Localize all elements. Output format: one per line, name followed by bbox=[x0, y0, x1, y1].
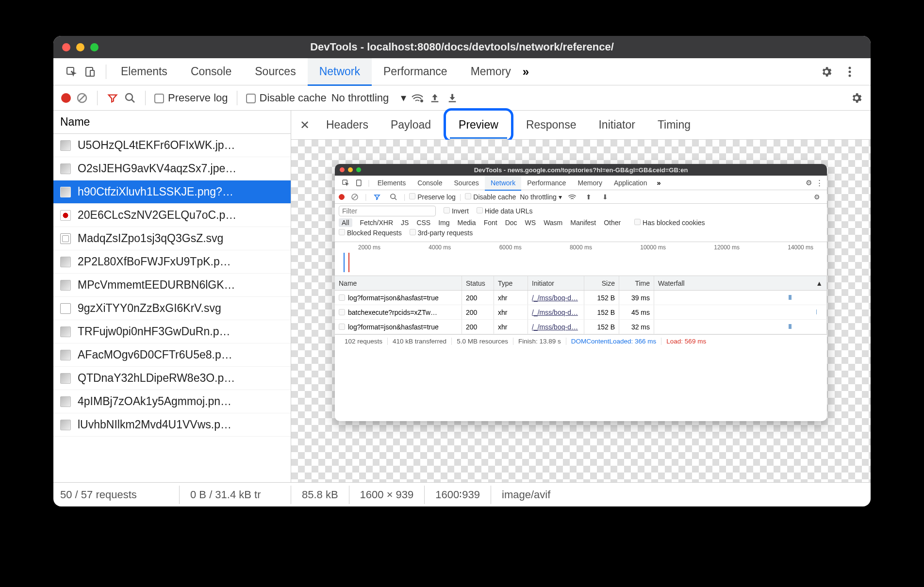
file-icon bbox=[60, 373, 71, 384]
device-toolbar-icon[interactable] bbox=[83, 65, 96, 78]
inner-type-js: JS bbox=[401, 219, 409, 227]
inner-hide-urls-label: Hide data URLs bbox=[485, 207, 533, 215]
throttling-select[interactable]: No throttling ▾ bbox=[331, 92, 406, 104]
status-requests: 50 / 57 requests bbox=[53, 486, 180, 504]
request-file-name: QTDnaY32hLDipeRW8e3O.p… bbox=[78, 372, 235, 385]
file-icon bbox=[60, 210, 71, 221]
settings-icon[interactable] bbox=[820, 65, 833, 78]
tab-network[interactable]: Network bbox=[308, 58, 372, 85]
detail-tab-timing[interactable]: Timing bbox=[648, 111, 700, 140]
record-button[interactable] bbox=[61, 93, 71, 103]
export-icon[interactable] bbox=[446, 92, 459, 104]
import-icon[interactable] bbox=[429, 92, 441, 104]
close-detail-button[interactable]: ✕ bbox=[296, 118, 314, 132]
tab-sources[interactable]: Sources bbox=[243, 58, 307, 85]
inner-disable-cache: Disable cache bbox=[465, 193, 516, 201]
sidebar-header-name[interactable]: Name bbox=[53, 111, 291, 134]
inner-3rd-party-label: 3rd-party requests bbox=[418, 229, 473, 237]
detail-tab-headers[interactable]: Headers bbox=[316, 111, 378, 140]
disable-cache-checkbox[interactable]: Disable cache bbox=[246, 92, 327, 104]
inner-upload-icon: ⬆ bbox=[582, 191, 595, 203]
inner-timeline: 2000 ms4000 ms6000 ms8000 ms10000 ms1200… bbox=[335, 242, 827, 276]
more-tabs-button[interactable]: » bbox=[523, 65, 529, 79]
inner-type-manifest: Manifest bbox=[570, 219, 596, 227]
inner-tab-application: Application bbox=[608, 176, 653, 190]
tab-console[interactable]: Console bbox=[179, 58, 243, 85]
zoom-window-button[interactable] bbox=[90, 43, 99, 51]
highlighted-preview-tab: Preview bbox=[444, 108, 513, 142]
request-list-item[interactable]: 2P2L80XfBoFWJFxU9TpK.p… bbox=[53, 250, 291, 274]
status-dimensions: 1600 × 939 bbox=[349, 486, 425, 504]
devtools-window: DevTools - localhost:8080/docs/devtools/… bbox=[53, 36, 871, 506]
request-list-item[interactable]: QTDnaY32hLDipeRW8e3O.p… bbox=[53, 367, 291, 390]
close-window-button[interactable] bbox=[62, 43, 70, 51]
inner-type-css: CSS bbox=[416, 219, 430, 227]
network-settings-icon[interactable] bbox=[850, 92, 863, 104]
request-list-item[interactable]: MadqZsIZpo1sj3qQ3GsZ.svg bbox=[53, 227, 291, 250]
file-icon bbox=[60, 326, 71, 337]
request-list-item[interactable]: O2sIJEHG9avKV4aqzSx7.jpe… bbox=[53, 157, 291, 180]
svg-rect-12 bbox=[357, 180, 361, 186]
request-list-item[interactable]: MPcVmmemtEEDURBN6lGK… bbox=[53, 274, 291, 297]
inner-window-title: DevTools - news.google.com/topstories?hl… bbox=[335, 166, 827, 174]
detail-tab-preview[interactable]: Preview bbox=[449, 111, 508, 140]
inner-settings-icon: ⚙ bbox=[810, 191, 823, 203]
detail-tab-initiator[interactable]: Initiator bbox=[589, 111, 644, 140]
inner-table: Name Status Type Initiator Size Time Wat… bbox=[335, 276, 827, 334]
file-icon bbox=[60, 140, 71, 151]
inner-preserve-log: Preserve log bbox=[409, 193, 455, 201]
preserve-log-label: Preserve log bbox=[168, 92, 228, 104]
preserve-log-checkbox[interactable]: Preserve log bbox=[154, 92, 228, 104]
inner-th-waterfall: Waterfall▲ bbox=[654, 276, 827, 290]
filter-icon[interactable] bbox=[106, 92, 119, 104]
request-list-item[interactable]: TRFujw0pi0nHF3GwDuRn.p… bbox=[53, 320, 291, 343]
inner-type-all: All bbox=[339, 218, 352, 227]
inner-type-doc: Doc bbox=[505, 219, 517, 227]
network-toolbar: Preserve log Disable cache No throttling… bbox=[53, 85, 871, 111]
inner-filter-icon bbox=[371, 191, 383, 203]
inner-blocked-requests-label: Blocked Requests bbox=[347, 229, 402, 237]
inner-th-size: Size bbox=[584, 276, 619, 290]
request-list-item[interactable]: 9gzXiTYY0nZzBxGI6KrV.svg bbox=[53, 297, 291, 320]
file-icon bbox=[60, 350, 71, 360]
tab-memory[interactable]: Memory bbox=[459, 58, 523, 85]
preview-panel: DevTools - news.google.com/topstories?hl… bbox=[291, 140, 871, 482]
request-list-item[interactable]: U5OHzQL4tEKFr6OFIxWK.jp… bbox=[53, 134, 291, 157]
detail-tab-payload[interactable]: Payload bbox=[381, 111, 441, 140]
request-list: U5OHzQL4tEKFr6OFIxWK.jp…O2sIJEHG9avKV4aq… bbox=[53, 134, 291, 482]
inner-summary-resources: 5.0 MB resources bbox=[452, 338, 513, 345]
request-list-item[interactable]: AFacMOgv6D0CFTr6U5e8.p… bbox=[53, 343, 291, 367]
request-file-name: 20E6CLcSzNV2GELQu7oC.p… bbox=[78, 209, 236, 222]
request-file-name: AFacMOgv6D0CFTr6U5e8.p… bbox=[78, 348, 232, 361]
minimize-window-button[interactable] bbox=[76, 43, 84, 51]
status-transferred: 0 B / 31.4 kB tr bbox=[180, 486, 291, 504]
svg-rect-9 bbox=[431, 101, 438, 102]
svg-point-5 bbox=[849, 74, 851, 77]
detail-tabs: ✕ HeadersPayloadPreviewResponseInitiator… bbox=[291, 111, 871, 140]
kebab-menu-icon[interactable] bbox=[843, 65, 856, 78]
file-icon bbox=[60, 233, 71, 244]
clear-icon[interactable] bbox=[76, 92, 88, 104]
inner-clear-icon bbox=[348, 191, 361, 203]
inspect-element-icon[interactable] bbox=[65, 65, 78, 78]
request-file-name: U5OHzQL4tEKFr6OFIxWK.jp… bbox=[78, 139, 235, 152]
tab-performance[interactable]: Performance bbox=[372, 58, 459, 85]
inner-table-row: log?format=json&hasfast=true200xhr/_/mss… bbox=[335, 291, 827, 305]
tab-elements[interactable]: Elements bbox=[109, 58, 179, 85]
status-bar: 50 / 57 requests 0 B / 31.4 kB tr 85.8 k… bbox=[53, 482, 871, 506]
svg-point-14 bbox=[391, 194, 395, 198]
inner-throttling: No throttling ▾ bbox=[520, 193, 561, 201]
inner-type-other: Other bbox=[604, 219, 621, 227]
network-conditions-icon[interactable] bbox=[411, 92, 424, 104]
detail-tab-response[interactable]: Response bbox=[516, 111, 586, 140]
inner-summary-load: Load: 569 ms bbox=[661, 338, 711, 345]
file-icon bbox=[60, 303, 71, 314]
request-list-item[interactable]: 4pIMBj7zOAk1y5Agmmoj.pn… bbox=[53, 390, 291, 413]
request-file-name: O2sIJEHG9avKV4aqzSx7.jpe… bbox=[78, 162, 236, 175]
request-file-name: TRFujw0pi0nHF3GwDuRn.p… bbox=[78, 325, 230, 338]
request-list-item[interactable]: lUvhbNIlkm2Mvd4U1VVws.p… bbox=[53, 413, 291, 437]
search-icon[interactable] bbox=[124, 92, 136, 104]
request-list-item[interactable]: h90CtfziXluvh1LSSKJE.png?… bbox=[53, 180, 291, 204]
titlebar: DevTools - localhost:8080/docs/devtools/… bbox=[53, 36, 871, 58]
request-list-item[interactable]: 20E6CLcSzNV2GELQu7oC.p… bbox=[53, 204, 291, 227]
